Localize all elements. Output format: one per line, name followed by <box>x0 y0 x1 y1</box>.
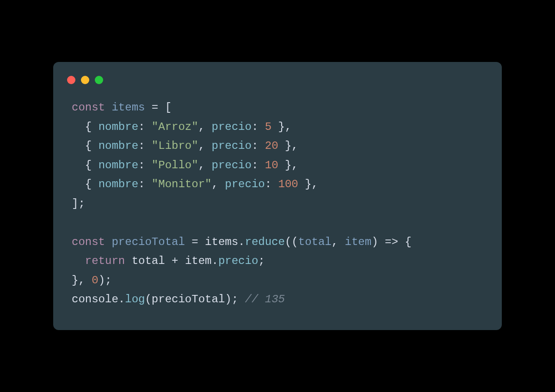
num-20: 20 <box>265 140 278 152</box>
punct-colon: : <box>252 121 265 133</box>
fn-reduce: reduce <box>245 236 285 248</box>
punct-open-brace: { <box>85 121 99 133</box>
keyword-const: const <box>72 236 105 248</box>
punct-colon: : <box>138 140 152 152</box>
punct-semi: ; <box>258 255 265 267</box>
punct-close-brace-comma: }, <box>271 121 291 133</box>
punct-close-bracket-semi: ]; <box>72 197 85 210</box>
obj-preciototal: precioTotal <box>152 293 225 306</box>
punct-dot: . <box>118 293 125 306</box>
punct-close-paren-semi: ); <box>225 293 238 306</box>
punct-comma: , <box>211 178 225 190</box>
prop-precio: precio <box>212 159 252 172</box>
param-total: total <box>298 236 332 248</box>
prop-nombre: nombre <box>99 178 138 190</box>
punct-comma: , <box>198 140 212 152</box>
var-items: items <box>111 101 145 114</box>
punct-colon: : <box>138 159 152 172</box>
maximize-icon[interactable] <box>95 76 103 84</box>
comment-result: // 135 <box>245 293 285 306</box>
obj-item: item <box>185 255 212 267</box>
obj-items: items <box>205 236 238 248</box>
punct-colon: : <box>252 140 265 152</box>
punct-open-paren: ( <box>145 293 151 306</box>
punct-open-bracket: [ <box>165 101 172 114</box>
op-eq: = <box>185 236 205 248</box>
punct-open-brace-only: { <box>405 236 411 248</box>
punct-dot: . <box>238 236 245 248</box>
minimize-icon[interactable] <box>81 76 89 84</box>
punct-colon: : <box>252 159 265 172</box>
fn-log: log <box>125 293 145 306</box>
punct-colon: : <box>138 178 152 190</box>
str-pollo: "Pollo" <box>152 159 198 172</box>
prop-nombre: nombre <box>99 159 138 172</box>
punct-close-brace-comma: }, <box>298 178 318 190</box>
str-arroz: "Arroz" <box>152 121 198 133</box>
num-5: 5 <box>265 121 271 133</box>
indent <box>72 121 85 133</box>
punct-open-brace: { <box>85 159 99 172</box>
prop-nombre: nombre <box>99 140 138 152</box>
punct-close-brace-comma: }, <box>278 159 298 172</box>
punct-close-brace-comma: }, <box>278 140 298 152</box>
punct-open-brace: { <box>85 178 99 190</box>
punct-colon: : <box>265 178 278 190</box>
punct-comma: , <box>332 236 345 248</box>
prop-precio: precio <box>225 178 265 190</box>
op-plus: + <box>165 255 185 267</box>
prop-precio: precio <box>212 121 252 133</box>
obj-console: console <box>72 293 118 306</box>
punct-close-paren: ) <box>371 236 378 248</box>
punct-comma: , <box>198 121 212 133</box>
num-0: 0 <box>92 274 98 287</box>
punct-open-brace: { <box>85 140 99 152</box>
code-window: const items = [ { nombre: "Arroz", preci… <box>53 62 502 330</box>
window-titlebar <box>53 76 502 98</box>
prop-nombre: nombre <box>99 121 138 133</box>
prop-precio: precio <box>212 140 252 152</box>
op-arrow: => <box>378 236 405 248</box>
str-libro: "Libro" <box>152 140 198 152</box>
keyword-const: const <box>72 101 105 114</box>
indent <box>72 178 85 190</box>
keyword-return: return <box>85 255 125 267</box>
indent <box>72 255 85 267</box>
num-10: 10 <box>265 159 278 172</box>
punct-comma: , <box>78 274 92 287</box>
op-eq: = <box>145 101 165 114</box>
indent <box>72 159 85 172</box>
punct-open-paren2: (( <box>285 236 298 248</box>
num-100: 100 <box>278 178 298 190</box>
var-preciototal: precioTotal <box>111 236 185 248</box>
punct-close-brace-only: } <box>72 274 78 287</box>
close-icon[interactable] <box>67 76 75 84</box>
punct-dot: . <box>211 255 218 267</box>
param-item: item <box>345 236 372 248</box>
obj-total: total <box>132 255 165 267</box>
punct-colon: : <box>138 121 152 133</box>
str-monitor: "Monitor" <box>152 178 212 190</box>
indent <box>72 140 85 152</box>
code-block: const items = [ { nombre: "Arroz", preci… <box>53 98 502 309</box>
punct-comma: , <box>198 159 212 172</box>
punct-close-paren-semi: ); <box>99 274 112 287</box>
prop-precio: precio <box>218 255 258 267</box>
